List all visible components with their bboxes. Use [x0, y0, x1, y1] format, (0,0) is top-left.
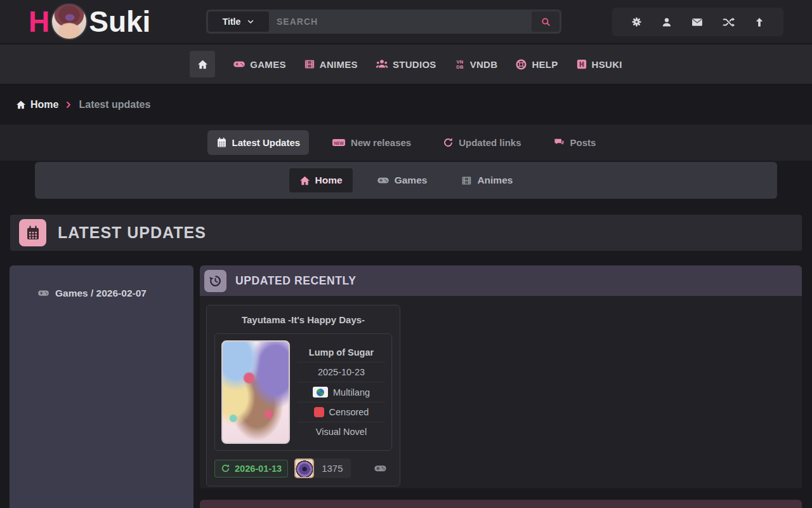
subtab-label: Home: [315, 175, 343, 186]
studio-name: Lump of Sugar: [309, 347, 374, 358]
censorship-row: Censored: [298, 402, 385, 422]
life-ring-icon: [515, 58, 527, 70]
last-update-date: 2026-01-13: [235, 464, 282, 474]
nav-label: VNDB: [470, 59, 498, 70]
nav-label: ANIMES: [320, 59, 358, 70]
search-category-value: Title: [223, 17, 241, 27]
views-badge[interactable]: 1375: [294, 458, 350, 478]
next-panel-header-clipped: [200, 500, 802, 508]
section-header: LATEST UPDATES: [10, 215, 802, 251]
main-nav: GAMES ANIMES STUDIOS VNDB VNDB HELP HSUK…: [0, 44, 812, 84]
user-icon: [661, 17, 672, 28]
gamepad-icon: [374, 462, 387, 475]
tab-posts[interactable]: Posts: [544, 130, 605, 155]
search-category-select[interactable]: Title: [208, 11, 269, 32]
tab-new-releases[interactable]: NEW New releases: [323, 130, 420, 155]
film-icon: [461, 175, 472, 186]
nav-item-vndb[interactable]: VNDB VNDB: [454, 58, 498, 70]
refresh-icon: [221, 464, 230, 473]
tab-updated-links[interactable]: Updated links: [434, 130, 530, 155]
search-icon: [540, 17, 551, 27]
game-title[interactable]: Tayutama -It's Happy Days-: [214, 314, 392, 325]
category-label: Visual Novel: [316, 427, 367, 437]
game-meta-list: Lump of Sugar 2025-10-23 Multilang Censo…: [298, 340, 385, 444]
refresh-icon: [443, 137, 454, 148]
panel-title: UPDATED RECENTLY: [235, 274, 356, 288]
search-bar: Title: [206, 10, 561, 34]
nav-label: STUDIOS: [393, 59, 436, 70]
new-badge-icon: NEW: [332, 137, 346, 148]
vndb-icon: VNDB: [454, 58, 466, 70]
panel-header: UPDATED RECENTLY: [200, 265, 802, 296]
search-input[interactable]: [269, 11, 532, 32]
scope-tab-bar: Home Games Animes: [35, 162, 777, 199]
site-logo[interactable]: H Suki: [29, 3, 150, 41]
gamepad-icon: [233, 58, 246, 70]
search-button[interactable]: [532, 11, 560, 32]
nav-item-games[interactable]: GAMES: [233, 58, 286, 70]
top-bar: H Suki Title: [0, 0, 812, 44]
h-square-icon: [576, 58, 587, 70]
tab-label: New releases: [351, 137, 411, 148]
film-icon: [304, 58, 315, 70]
nav-item-home[interactable]: [190, 51, 215, 77]
tab-label: Updated links: [459, 137, 521, 148]
subtab-label: Animes: [477, 175, 513, 186]
multilang-flag-icon: [313, 387, 328, 398]
game-cover-image[interactable]: [221, 340, 290, 444]
user-button[interactable]: [661, 17, 672, 28]
logo-avatar-image: [51, 3, 88, 40]
breadcrumb-home-label: Home: [30, 99, 58, 110]
users-icon: [376, 58, 388, 70]
svg-text:DB: DB: [456, 64, 464, 70]
studio-row[interactable]: Lump of Sugar: [298, 343, 385, 362]
messages-button[interactable]: [691, 16, 704, 29]
settings-button[interactable]: [631, 16, 643, 28]
svg-text:NEW: NEW: [334, 141, 344, 145]
nav-item-help[interactable]: HELP: [515, 58, 558, 70]
nav-item-hsuki[interactable]: HSUKI: [576, 58, 622, 70]
censored-icon: [314, 407, 324, 417]
subtab-label: Games: [395, 175, 428, 186]
language-label: Multilang: [333, 387, 370, 398]
game-card: Tayutama -It's Happy Days- Lump of Sugar…: [206, 305, 400, 486]
release-date-row: 2025-10-23: [298, 362, 385, 382]
updates-tab-bar: Latest Updates NEW New releases Updated …: [0, 124, 812, 161]
last-update-badge[interactable]: 2026-01-13: [214, 460, 288, 478]
censorship-label: Censored: [329, 407, 369, 417]
upload-button[interactable]: [754, 17, 765, 28]
calendar-icon: [19, 219, 46, 246]
date-sidebar: Games / 2026-02-07: [10, 265, 193, 508]
subtab-home[interactable]: Home: [289, 168, 353, 192]
subtab-games[interactable]: Games: [367, 168, 438, 193]
sidebar-group-games-date[interactable]: Games / 2026-02-07: [10, 265, 193, 299]
release-date: 2025-10-23: [318, 367, 365, 377]
top-icon-group: [612, 8, 783, 36]
panel-body: Tayutama -It's Happy Days- Lump of Sugar…: [200, 296, 802, 488]
nav-label: GAMES: [250, 59, 286, 70]
calendar-icon: [216, 137, 227, 148]
nav-label: HELP: [532, 59, 558, 70]
tab-latest-updates[interactable]: Latest Updates: [207, 130, 310, 155]
home-icon: [299, 175, 310, 186]
game-card-details: Lump of Sugar 2025-10-23 Multilang Censo…: [214, 333, 392, 451]
home-icon: [16, 100, 26, 110]
page-title: LATEST UPDATES: [58, 224, 206, 242]
nav-item-animes[interactable]: ANIMES: [304, 58, 358, 70]
breadcrumb-home-link[interactable]: Home: [16, 99, 58, 110]
subtab-animes[interactable]: Animes: [451, 168, 523, 192]
nav-item-studios[interactable]: STUDIOS: [376, 58, 436, 70]
sidebar-group-label: Games / 2026-02-07: [55, 288, 147, 299]
chevron-right-icon: [65, 101, 72, 109]
gamepad-icon: [377, 174, 390, 187]
arrow-up-icon: [754, 17, 765, 28]
shuffle-icon: [723, 16, 735, 29]
history-icon: [204, 270, 226, 292]
logo-h-text: H: [29, 3, 49, 41]
gamepad-icon: [37, 287, 49, 299]
home-icon: [197, 59, 208, 70]
logo-suki-text: Suki: [89, 3, 150, 41]
random-button[interactable]: [723, 16, 735, 29]
hsuki-page: H Suki Title: [0, 0, 812, 508]
updated-recently-panel: UPDATED RECENTLY Tayutama -It's Happy Da…: [200, 265, 802, 488]
